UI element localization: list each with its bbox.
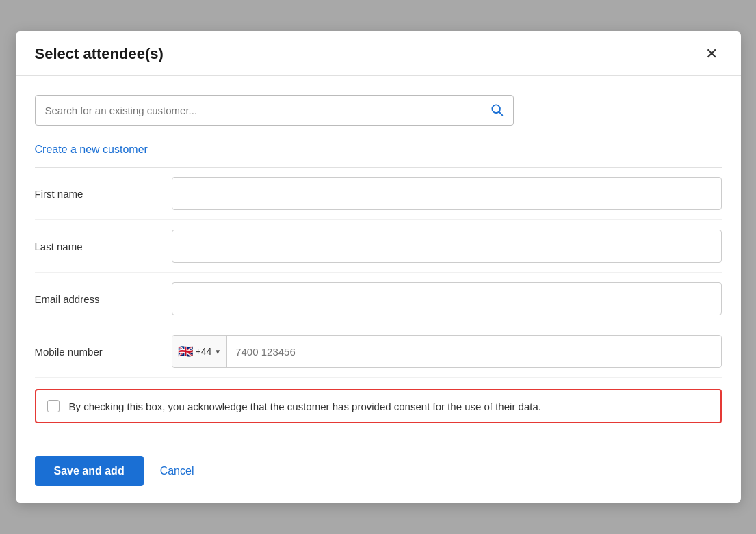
modal-title: Select attendee(s): [35, 45, 164, 63]
create-customer-link[interactable]: Create a new customer: [35, 144, 148, 156]
form-row-last-name: Last name: [35, 220, 722, 273]
consent-checkbox[interactable]: [47, 400, 60, 412]
country-code: +44: [196, 346, 212, 357]
modal-footer: Save and add Cancel: [16, 451, 741, 503]
form-row-mobile: Mobile number 🇬🇧 +44 ▼: [35, 325, 722, 378]
search-container: [35, 95, 722, 126]
dropdown-arrow-icon: ▼: [214, 348, 221, 356]
first-name-label: First name: [35, 188, 172, 200]
search-box: [35, 95, 514, 126]
country-flag: 🇬🇧: [178, 344, 193, 359]
phone-input[interactable]: [227, 336, 720, 367]
consent-text: By checking this box, you acknowledge th…: [69, 401, 541, 412]
search-icon: [490, 103, 504, 116]
consent-row: By checking this box, you acknowledge th…: [35, 389, 722, 423]
form-row-email: Email address: [35, 273, 722, 325]
search-input[interactable]: [45, 105, 490, 116]
email-label: Email address: [35, 293, 172, 305]
modal-overlay: Select attendee(s) ✕ Create a new c: [0, 0, 756, 534]
mobile-label: Mobile number: [35, 346, 172, 358]
save-and-add-button[interactable]: Save and add: [35, 456, 144, 486]
modal-header: Select attendee(s) ✕: [16, 31, 741, 76]
close-button[interactable]: ✕: [701, 45, 722, 63]
email-input[interactable]: [172, 282, 722, 315]
first-name-input[interactable]: [172, 177, 722, 210]
last-name-input[interactable]: [172, 230, 722, 263]
form-row-first-name: First name: [35, 168, 722, 220]
last-name-label: Last name: [35, 241, 172, 252]
cancel-button[interactable]: Cancel: [160, 465, 194, 477]
modal-body: Create a new customer First name Last na…: [16, 76, 741, 451]
modal-dialog: Select attendee(s) ✕ Create a new c: [16, 31, 741, 503]
form-section: First name Last name Email address Mobil…: [35, 168, 722, 378]
phone-row: 🇬🇧 +44 ▼: [172, 335, 722, 368]
svg-line-1: [499, 112, 502, 116]
country-selector[interactable]: 🇬🇧 +44 ▼: [172, 336, 228, 367]
search-icon-button[interactable]: [490, 103, 504, 118]
